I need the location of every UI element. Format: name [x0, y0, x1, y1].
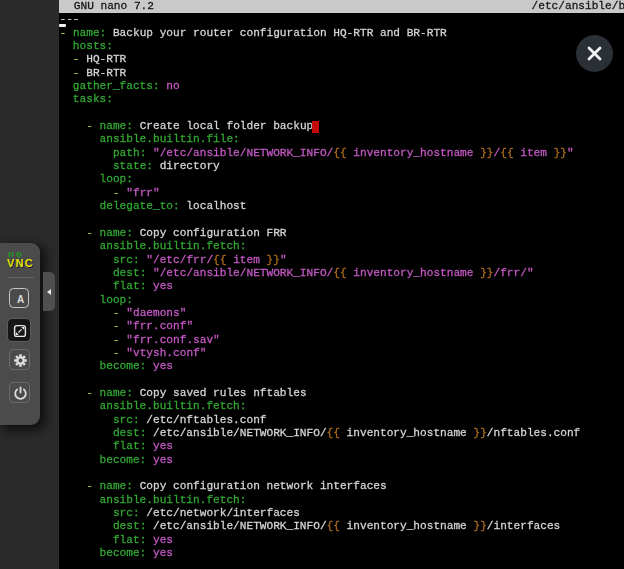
svg-text:A: A [17, 294, 24, 305]
